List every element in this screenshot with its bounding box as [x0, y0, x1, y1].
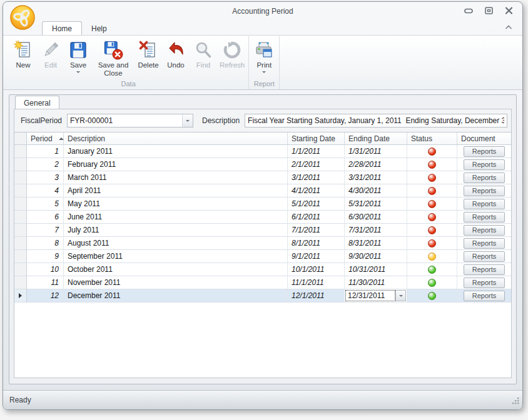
period-cell: 2: [27, 158, 64, 171]
table-row[interactable]: 11 November 2011 11/1/2011 11/30/2011 Re…: [14, 276, 511, 289]
title-bar: Accounting Period: [3, 2, 522, 21]
status-bar: Ready: [3, 390, 522, 409]
reports-button[interactable]: Reports: [464, 159, 505, 170]
status-indicator-icon: [428, 187, 436, 195]
row-indicator-cell: [14, 276, 27, 289]
starting-date-cell: 6/1/2011: [288, 211, 345, 224]
ending-date-cell: 7/31/2011: [345, 224, 407, 237]
ending-date-text: 4/30/2011: [348, 186, 382, 195]
document-cell: Reports: [457, 289, 511, 302]
description-cell: September 2011: [64, 250, 288, 263]
reports-button[interactable]: Reports: [464, 251, 505, 262]
ending-date-cell: 9/30/2011: [345, 250, 407, 263]
table-row[interactable]: 10 October 2011 10/1/2011 10/31/2011 Rep…: [14, 263, 511, 276]
ending-date-text: 7/31/2011: [348, 226, 382, 234]
edit-button[interactable]: Edit: [37, 38, 64, 69]
ribbon-button-label: Undo: [167, 61, 185, 69]
period-cell: 6: [27, 211, 64, 224]
chevron-down-icon[interactable]: [395, 290, 406, 301]
reports-button[interactable]: Reports: [464, 212, 505, 222]
table-row[interactable]: 9 September 2011 9/1/2011 9/30/2011 Repo…: [14, 250, 511, 263]
starting-date-cell: 2/1/2011: [288, 158, 345, 171]
reports-button[interactable]: Reports: [464, 278, 505, 288]
table-row[interactable]: 12 December 2011 12/1/2011 12/31/2011 Re…: [14, 289, 511, 302]
tab-home[interactable]: Home: [42, 21, 82, 35]
restore-icon[interactable]: [484, 6, 494, 15]
ending-date-text: 9/30/2011: [348, 252, 382, 261]
status-cell: [407, 211, 457, 224]
resize-grip-icon[interactable]: [512, 397, 520, 407]
status-indicator-icon: [428, 200, 436, 208]
period-cell: 12: [27, 289, 64, 302]
magnifier-icon: [193, 40, 213, 60]
ribbon-button-label: Print: [256, 61, 272, 69]
tab-general[interactable]: General: [15, 96, 59, 109]
table-row[interactable]: 2 February 2011 2/1/2011 2/28/2011 Repor…: [14, 158, 511, 171]
period-cell: 7: [27, 224, 64, 237]
row-indicator-header: [14, 132, 27, 144]
table-row[interactable]: 8 August 2011 8/1/2011 8/31/2011 Reports: [14, 237, 511, 250]
minimize-icon[interactable]: [464, 6, 474, 15]
ending-date-cell: 1/31/2011: [345, 145, 407, 158]
reports-button[interactable]: Reports: [464, 238, 505, 249]
column-header-description[interactable]: Description: [64, 132, 288, 144]
column-header-document[interactable]: Document: [457, 132, 511, 144]
ribbon-group-label-report: Report: [250, 79, 278, 89]
refresh-button[interactable]: Refresh: [217, 38, 247, 69]
close-icon[interactable]: [504, 6, 514, 15]
tab-help[interactable]: Help: [82, 22, 116, 35]
status-indicator-icon: [428, 266, 436, 274]
find-button[interactable]: Find: [190, 38, 217, 69]
ending-date-editor[interactable]: 12/31/2011: [345, 289, 407, 302]
save-and-close-button[interactable]: Save and Close: [92, 38, 135, 78]
row-indicator-cell: [14, 263, 27, 276]
print-button[interactable]: Print: [250, 38, 278, 73]
chevron-down-icon: [262, 71, 266, 73]
reports-button[interactable]: Reports: [464, 186, 505, 196]
status-indicator-icon: [428, 252, 436, 261]
window-controls: [464, 6, 514, 15]
description-cell: May 2011: [64, 198, 288, 211]
ribbon: New Edit: [3, 35, 522, 90]
table-row[interactable]: 1 January 2011 1/1/2011 1/31/2011 Report…: [14, 145, 511, 158]
column-header-period[interactable]: Period: [27, 132, 64, 144]
ending-date-cell: 4/30/2011: [345, 184, 407, 198]
reports-button[interactable]: Reports: [464, 199, 505, 209]
status-indicator-icon: [428, 226, 436, 234]
period-cell: 4: [27, 184, 64, 198]
reports-button[interactable]: Reports: [464, 264, 505, 275]
undo-button[interactable]: Undo: [162, 38, 190, 69]
reports-button[interactable]: Reports: [464, 225, 505, 236]
reports-button[interactable]: Reports: [464, 146, 505, 157]
table-row[interactable]: 7 July 2011 7/1/2011 7/31/2011 Reports: [14, 224, 511, 237]
ending-date-cell: 10/31/2011: [345, 263, 407, 276]
column-header-status[interactable]: Status: [407, 132, 457, 144]
table-row[interactable]: 5 May 2011 5/1/2011 5/31/2011 Reports: [14, 198, 511, 211]
save-button[interactable]: Save: [64, 38, 92, 73]
fiscal-period-combo[interactable]: FYR-000001: [67, 114, 193, 128]
status-indicator-icon: [428, 161, 436, 169]
description-cell: January 2011: [64, 145, 288, 158]
row-indicator-cell: [14, 250, 27, 263]
delete-button[interactable]: Delete: [135, 38, 162, 69]
description-field[interactable]: [245, 114, 507, 128]
chevron-up-icon[interactable]: [505, 21, 512, 32]
ending-date-text: 11/30/2011: [348, 278, 385, 287]
description-cell: April 2011: [64, 184, 288, 198]
table-row[interactable]: 4 April 2011 4/1/2011 4/30/2011 Reports: [14, 184, 511, 198]
starting-date-cell: 5/1/2011: [288, 198, 345, 211]
new-button[interactable]: New: [9, 38, 37, 69]
document-cell: Reports: [457, 145, 511, 158]
reports-button[interactable]: Reports: [464, 172, 505, 183]
table-row[interactable]: 6 June 2011 6/1/2011 6/30/2011 Reports: [14, 211, 511, 224]
ribbon-button-label: Save and Close: [94, 61, 132, 78]
ending-date-editor-value[interactable]: 12/31/2011: [345, 290, 395, 301]
column-header-ending-date[interactable]: Ending Date: [345, 132, 407, 144]
reports-button[interactable]: Reports: [464, 291, 505, 301]
column-header-starting-date[interactable]: Starting Date: [288, 132, 345, 144]
status-cell: [407, 145, 457, 158]
app-logo-trefoil-icon[interactable]: [9, 4, 36, 31]
general-tab-page: FiscalPeriod FYR-000001 Description Peri…: [14, 109, 512, 378]
table-row[interactable]: 3 March 2011 3/1/2011 3/31/2011 Reports: [14, 171, 511, 184]
chevron-down-icon[interactable]: [182, 114, 193, 127]
